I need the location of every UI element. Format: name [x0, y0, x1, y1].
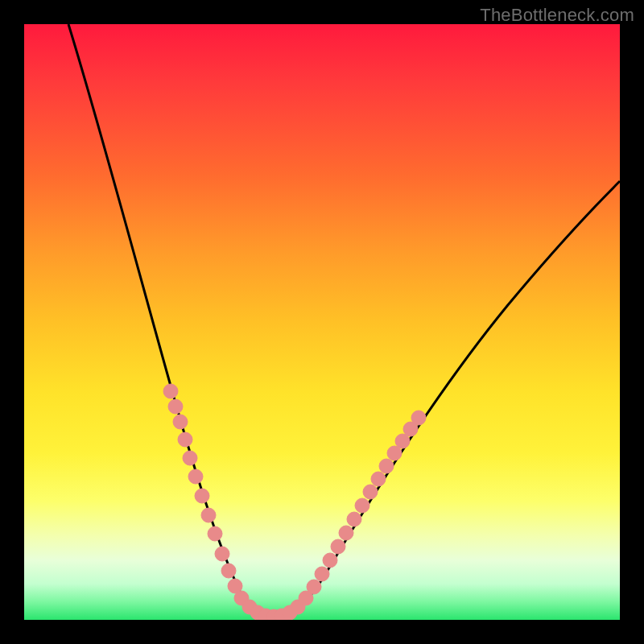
left-dot-cluster	[163, 384, 249, 605]
svg-point-29	[371, 472, 386, 486]
svg-point-4	[183, 451, 197, 465]
svg-point-10	[221, 564, 236, 578]
svg-point-32	[395, 434, 410, 448]
svg-point-22	[315, 567, 329, 581]
chart-frame: TheBottleneck.com	[0, 0, 644, 644]
svg-point-6	[195, 489, 209, 503]
svg-point-25	[339, 526, 353, 540]
svg-point-13	[242, 600, 257, 614]
svg-point-24	[331, 539, 345, 554]
svg-point-18	[283, 605, 297, 620]
svg-point-11	[228, 579, 242, 593]
svg-point-34	[411, 411, 426, 425]
svg-point-17	[275, 609, 289, 620]
svg-point-9	[215, 547, 229, 561]
svg-point-2	[173, 415, 188, 429]
svg-point-14	[250, 605, 265, 620]
svg-point-23	[323, 553, 337, 568]
right-dot-cluster	[299, 411, 426, 605]
svg-point-20	[299, 591, 313, 605]
valley-dot-cluster	[242, 600, 305, 620]
svg-point-8	[208, 526, 222, 541]
plot-area	[24, 24, 620, 620]
svg-point-26	[347, 512, 361, 526]
svg-point-0	[163, 384, 178, 398]
bottleneck-curve	[68, 24, 620, 616]
svg-point-7	[201, 508, 216, 522]
svg-point-16	[266, 609, 281, 620]
curve-layer	[24, 24, 620, 620]
svg-point-27	[355, 498, 369, 513]
svg-point-21	[307, 580, 321, 594]
svg-point-33	[403, 422, 418, 436]
svg-point-1	[168, 399, 183, 414]
svg-point-30	[379, 459, 394, 473]
svg-point-3	[178, 432, 192, 447]
svg-point-12	[234, 591, 249, 605]
svg-point-15	[258, 609, 273, 620]
svg-point-28	[363, 485, 378, 499]
svg-point-19	[291, 600, 305, 614]
svg-point-31	[387, 446, 402, 460]
watermark-text: TheBottleneck.com	[480, 5, 634, 26]
svg-point-5	[188, 469, 203, 484]
